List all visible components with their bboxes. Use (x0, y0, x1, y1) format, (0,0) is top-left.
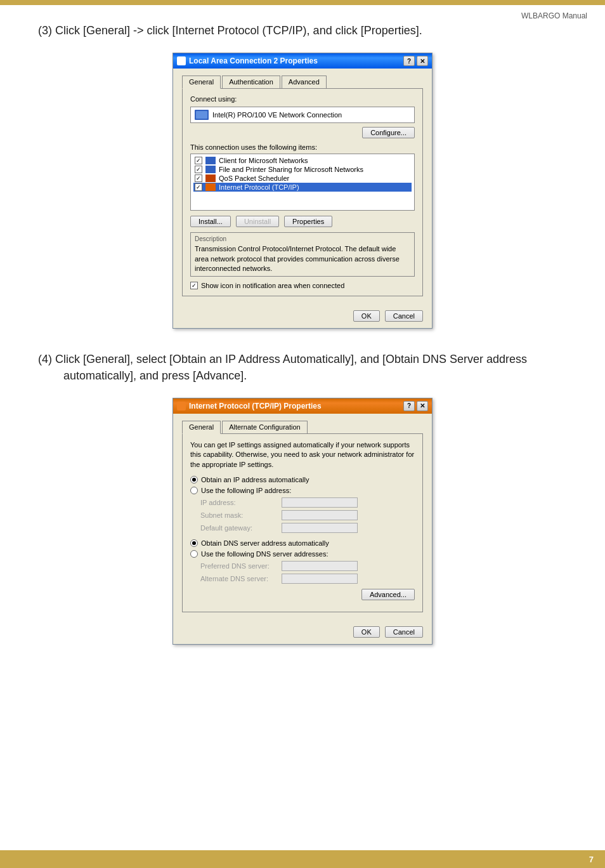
alternate-dns-label: Alternate DNS server: (200, 575, 276, 582)
items-label: This connection uses the following items… (190, 143, 415, 151)
dialog1-ok-button[interactable]: OK (353, 310, 380, 322)
obtain-dns-label: Obtain DNS server address automatically (201, 539, 329, 547)
checkbox-show-icon[interactable] (190, 282, 198, 289)
use-ip-label: Use the following IP address: (201, 487, 291, 494)
tcpip-title-icon (177, 402, 186, 411)
preferred-dns-label: Preferred DNS server: (200, 562, 276, 570)
dialog1-body: General Authentication Advanced Connect … (173, 69, 432, 305)
use-dns-radio[interactable] (190, 550, 198, 558)
header-bar (0, 0, 605, 5)
subnet-mask-input[interactable] (282, 510, 358, 520)
tcpip-icon (205, 183, 216, 191)
checkbox-fileshare[interactable] (195, 166, 202, 173)
dialog2-body: General Alternate Configuration You can … (173, 414, 432, 621)
subnet-mask-row: Subnet mask: (200, 510, 415, 520)
alternate-dns-input[interactable] (282, 574, 358, 584)
items-list: Client for Microsoft Networks File and P… (190, 154, 415, 211)
install-button[interactable]: Install... (190, 216, 231, 227)
list-item: File and Printer Sharing for Microsoft N… (193, 165, 412, 174)
footer-bar: 7 (0, 850, 605, 868)
dialog1-footer: OK Cancel (173, 305, 432, 328)
dialog1-tabs: General Authentication Advanced (182, 75, 423, 88)
dialog2-close-button[interactable]: ✕ (417, 401, 428, 411)
list-item: Client for Microsoft Networks (193, 156, 412, 165)
adapter-icon (195, 110, 209, 120)
preferred-dns-input[interactable] (282, 561, 358, 571)
tab-advanced[interactable]: Advanced (282, 76, 327, 89)
page-number: 7 (589, 855, 594, 864)
dialog1-title-buttons: ? ✕ (403, 56, 428, 66)
uninstall-button[interactable]: Uninstall (236, 216, 279, 227)
item-tcpip-label: Internet Protocol (TCP/IP) (219, 183, 299, 191)
dialog1-button-row: Install... Uninstall Properties (190, 216, 415, 227)
list-item-selected[interactable]: Internet Protocol (TCP/IP) (193, 183, 412, 192)
ip-address-input[interactable] (282, 497, 358, 508)
dialog2-title-left: Internet Protocol (TCP/IP) Properties (177, 402, 322, 411)
dialog2-title-buttons: ? ✕ (403, 401, 428, 411)
obtain-ip-label: Obtain an IP address automatically (201, 476, 309, 483)
dialog2-tab-general[interactable]: General (182, 421, 221, 434)
manual-label: WLBARGO Manual (521, 11, 587, 20)
dialog1-wrapper: Local Area Connection 2 Properties ? ✕ G… (38, 53, 567, 329)
dialog2-info-text: You can get IP settings assigned automat… (190, 440, 415, 470)
checkbox-client[interactable] (195, 157, 202, 164)
advanced-btn-row: Advanced... (190, 589, 415, 600)
adapter-name: Intel(R) PRO/100 VE Network Connection (212, 111, 342, 119)
dialog2-tabs: General Alternate Configuration (182, 420, 423, 433)
properties-button[interactable]: Properties (284, 216, 332, 227)
show-icon-label: Show icon in notification area when conn… (201, 282, 344, 289)
network-connection-icon (177, 56, 186, 65)
configure-button[interactable]: Configure... (362, 127, 415, 138)
preferred-dns-row: Preferred DNS server: (200, 561, 415, 571)
dialog2-cancel-button[interactable]: Cancel (385, 626, 423, 638)
use-dns-label: Use the following DNS server addresses: (201, 550, 329, 558)
help-button[interactable]: ? (403, 56, 415, 66)
dialog2-ok-button[interactable]: OK (353, 626, 380, 638)
dialog1: Local Area Connection 2 Properties ? ✕ G… (172, 53, 433, 329)
ip-address-row: IP address: (200, 497, 415, 508)
dialog2-tab-content: You can get IP settings assigned automat… (182, 433, 423, 612)
ip-address-label: IP address: (200, 499, 276, 506)
dialog2-titlebar: Internet Protocol (TCP/IP) Properties ? … (173, 398, 432, 414)
show-icon-row: Show icon in notification area when conn… (190, 282, 415, 289)
dialog2-tab-alternate[interactable]: Alternate Configuration (222, 421, 308, 434)
adapter-box: Intel(R) PRO/100 VE Network Connection (190, 107, 415, 123)
obtain-dns-radio[interactable] (190, 539, 198, 547)
description-title: Description (195, 235, 410, 242)
use-ip-radio[interactable] (190, 487, 198, 494)
item-qos-label: QoS Packet Scheduler (219, 174, 289, 182)
advanced-button[interactable]: Advanced... (361, 589, 415, 600)
qos-icon (205, 174, 216, 182)
tab-general[interactable]: General (182, 76, 221, 89)
description-group: Description Transmission Control Protoco… (190, 232, 415, 277)
tab-authentication[interactable]: Authentication (222, 76, 280, 89)
dialog2-title-text: Internet Protocol (TCP/IP) Properties (189, 402, 322, 411)
obtain-dns-row: Obtain DNS server address automatically (190, 539, 415, 547)
use-ip-row: Use the following IP address: (190, 487, 415, 494)
dialog1-titlebar: Local Area Connection 2 Properties ? ✕ (173, 53, 432, 69)
dialog1-title-text: Local Area Connection 2 Properties (189, 56, 318, 65)
dialog2-wrapper: Internet Protocol (TCP/IP) Properties ? … (38, 398, 567, 645)
fileshare-icon (205, 166, 216, 173)
item-client-label: Client for Microsoft Networks (219, 157, 308, 164)
default-gateway-input[interactable] (282, 523, 358, 533)
dialog2: Internet Protocol (TCP/IP) Properties ? … (172, 398, 433, 645)
dialog2-help-button[interactable]: ? (403, 401, 415, 411)
dialog1-cancel-button[interactable]: Cancel (385, 310, 423, 322)
dialog2-footer: OK Cancel (173, 621, 432, 644)
checkbox-qos[interactable] (195, 174, 202, 182)
checkbox-tcpip[interactable] (195, 183, 202, 191)
use-dns-row: Use the following DNS server addresses: (190, 550, 415, 558)
alternate-dns-row: Alternate DNS server: (200, 574, 415, 584)
connect-using-label: Connect using: (190, 95, 415, 103)
close-button[interactable]: ✕ (417, 56, 428, 66)
obtain-ip-row: Obtain an IP address automatically (190, 476, 415, 483)
item-fileshare-label: File and Printer Sharing for Microsoft N… (219, 166, 363, 173)
client-icon (205, 157, 216, 164)
configure-btn-row: Configure... (190, 127, 415, 138)
default-gateway-row: Default gateway: (200, 523, 415, 533)
obtain-ip-radio[interactable] (190, 476, 198, 483)
dialog1-title-left: Local Area Connection 2 Properties (177, 56, 318, 65)
step4-heading: (4) Click [General], select [Obtain an I… (38, 352, 567, 383)
list-item: QoS Packet Scheduler (193, 174, 412, 183)
